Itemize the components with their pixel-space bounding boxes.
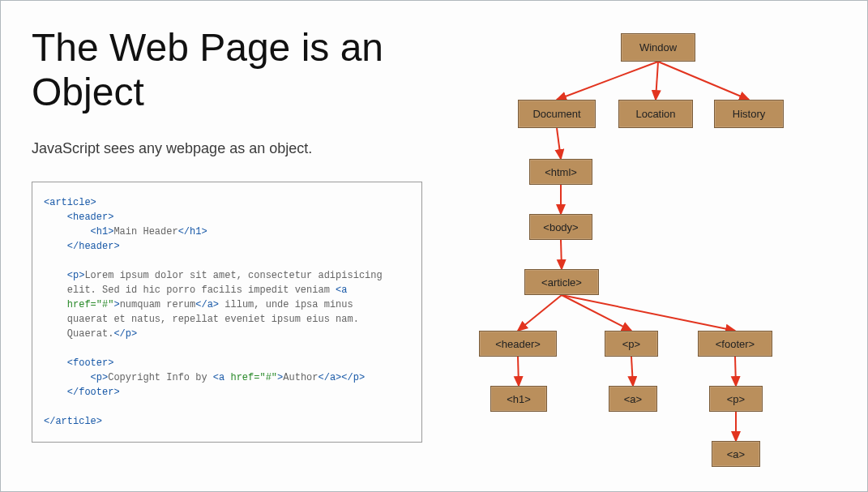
tree-node-location: Location bbox=[618, 100, 693, 128]
tree-node-p1: <p> bbox=[605, 331, 658, 357]
tree-node-html: <html> bbox=[529, 159, 592, 185]
svg-line-9 bbox=[518, 357, 519, 386]
svg-line-11 bbox=[735, 357, 736, 386]
tree-node-h1: <h1> bbox=[490, 386, 547, 412]
svg-line-5 bbox=[561, 240, 562, 269]
tree-node-article: <article> bbox=[524, 269, 599, 295]
svg-line-10 bbox=[631, 357, 633, 386]
svg-line-6 bbox=[518, 295, 562, 331]
tree-node-footer: <footer> bbox=[698, 331, 772, 357]
code-example-box: <article> <header> <h1>Main Header</h1> … bbox=[32, 182, 422, 443]
svg-line-2 bbox=[658, 62, 749, 100]
tree-node-a1: <a> bbox=[609, 386, 657, 412]
tree-node-document: Document bbox=[518, 100, 596, 128]
svg-line-1 bbox=[656, 62, 658, 100]
tree-node-body: <body> bbox=[529, 214, 592, 240]
slide-title: The Web Page is an Object bbox=[32, 25, 422, 114]
svg-line-3 bbox=[557, 128, 561, 159]
tree-node-header: <header> bbox=[479, 331, 557, 357]
dom-tree-diagram: WindowDocumentLocationHistory<html><body… bbox=[438, 1, 867, 491]
svg-line-7 bbox=[562, 295, 631, 331]
svg-line-0 bbox=[557, 62, 658, 100]
tree-node-window: Window bbox=[621, 33, 695, 62]
tree-node-a2: <a> bbox=[712, 441, 760, 467]
tree-node-history: History bbox=[714, 100, 784, 128]
slide-subtitle: JavaScript sees any webpage as an object… bbox=[32, 140, 422, 157]
svg-line-8 bbox=[562, 295, 735, 331]
tree-node-p2: <p> bbox=[709, 386, 763, 412]
